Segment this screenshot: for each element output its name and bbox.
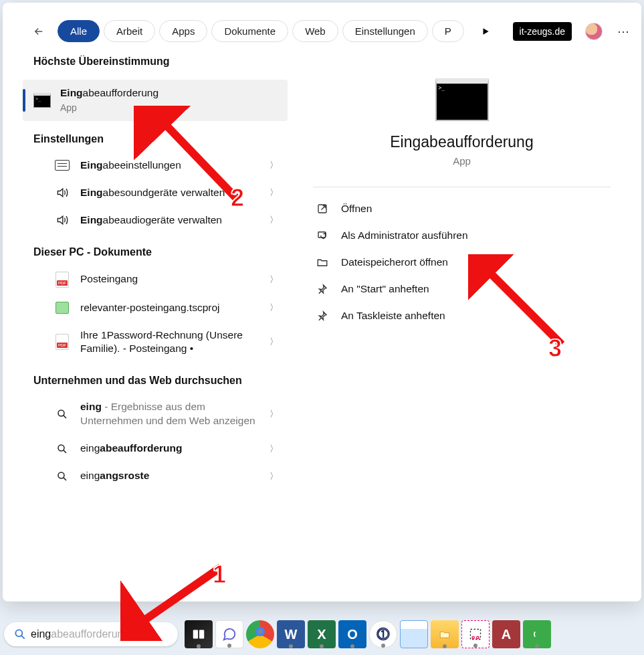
- folder-icon: [437, 628, 452, 640]
- taskbar-excel[interactable]: X: [308, 620, 336, 648]
- taskbar-search[interactable]: eingabeaufforderung: [4, 622, 178, 646]
- pin-icon: [316, 310, 328, 322]
- action-label: An "Start" anheften: [341, 283, 429, 295]
- action-open[interactable]: Öffnen: [313, 195, 611, 222]
- preview-card: Eingabeaufforderung App Öffnen Als Admin…: [301, 58, 623, 349]
- search-input[interactable]: [129, 628, 169, 640]
- taskbar: eingabeaufforderung W X O ⓵ A: [0, 614, 644, 655]
- result-settings-audio-in[interactable]: Eingabeaudiogeräte verwalten 〉: [23, 207, 288, 234]
- svg-point-2: [58, 472, 64, 478]
- result-doc-proj[interactable]: relevanter-posteingang.tscproj 〉: [23, 294, 288, 322]
- taskbar-word[interactable]: W: [277, 620, 305, 648]
- search-panel: Alle Arbeit Apps Dokumente Web Einstellu…: [3, 3, 641, 601]
- chat-icon: [222, 627, 237, 642]
- preview-title: Eingabeaufforderung: [313, 133, 611, 151]
- result-web-generic[interactable]: eing - Ergebnisse aus dem Unternehmen un…: [23, 393, 288, 435]
- action-label: Als Administrator ausführen: [341, 229, 468, 242]
- svg-rect-7: [199, 630, 204, 639]
- result-subtitle: App: [60, 102, 278, 114]
- divider: [313, 187, 611, 187]
- section-settings: Einstellungen: [3, 133, 297, 152]
- result-settings-sound-in[interactable]: Eingabesoundgeräte verwalten 〉: [23, 179, 288, 207]
- taskbar-chat[interactable]: [215, 620, 243, 648]
- shield-icon: [316, 229, 328, 242]
- taskbar-snipping[interactable]: [461, 620, 490, 648]
- play-icon: [481, 27, 490, 36]
- section-web: Unternehmen und das Web durchsuchen: [3, 375, 297, 393]
- result-best-match[interactable]: Eingabeaufforderung App: [23, 80, 288, 121]
- pin-icon: [316, 283, 328, 295]
- svg-point-0: [58, 410, 64, 416]
- svg-point-5: [15, 630, 22, 636]
- keyboard-icon: [55, 160, 70, 171]
- svg-rect-6: [193, 630, 198, 639]
- chevron-right-icon: 〉: [270, 187, 278, 199]
- action-pin-start[interactable]: An "Start" anheften: [313, 276, 611, 302]
- folder-icon: [316, 256, 328, 268]
- chip-web[interactable]: Web: [292, 20, 338, 42]
- chip-documents[interactable]: Dokumente: [211, 20, 288, 42]
- annotation-number-1: 1: [213, 561, 226, 589]
- taskbar-notepad[interactable]: [400, 620, 428, 648]
- search-ghost-text: abeaufforderung: [51, 628, 129, 640]
- chevron-right-icon: 〉: [270, 443, 278, 455]
- chevron-right-icon: 〉: [270, 336, 278, 348]
- speaker-icon: [56, 213, 69, 227]
- section-best-match: Höchste Übereinstimmung: [3, 56, 297, 80]
- taskbar-access[interactable]: A: [492, 620, 520, 648]
- result-doc-invoice[interactable]: Ihre 1Password-Rechnung (Unsere Familie)…: [23, 322, 288, 363]
- section-documents: Dieser PC - Dokumente: [3, 246, 297, 265]
- action-label: An Taskleiste anheften: [341, 310, 445, 322]
- annotation-number-3: 3: [548, 335, 562, 363]
- result-web-cmd[interactable]: eingabeaufforderung 〉: [23, 435, 288, 462]
- chevron-right-icon: 〉: [270, 302, 278, 314]
- more-button[interactable]: ⋯: [617, 24, 629, 39]
- result-title: Eingabeaufforderung: [60, 87, 158, 98]
- action-label: Dateispeicherort öffnen: [341, 256, 448, 268]
- arrow-left-icon: [33, 25, 45, 37]
- results-body: Höchste Übereinstimmung Eingabeaufforder…: [3, 56, 641, 601]
- svg-point-9: [472, 636, 474, 638]
- site-badge[interactable]: it-zeugs.de: [513, 22, 572, 41]
- project-file-icon: [56, 302, 69, 314]
- result-settings-input[interactable]: Eingabeeinstellungen 〉: [23, 152, 288, 179]
- chip-more[interactable]: P: [432, 20, 464, 42]
- chip-all[interactable]: Alle: [58, 20, 100, 42]
- taskbar-outlook[interactable]: O: [338, 620, 366, 648]
- search-icon: [56, 408, 68, 420]
- result-doc-inbox[interactable]: Posteingang 〉: [23, 265, 288, 294]
- svg-rect-4: [318, 232, 326, 238]
- annotation-number-2: 2: [231, 184, 244, 212]
- chip-settings[interactable]: Einstellungen: [342, 20, 428, 42]
- result-web-roste[interactable]: eingangsroste 〉: [23, 462, 288, 490]
- preview-pane: Eingabeaufforderung App Öffnen Als Admin…: [297, 56, 641, 601]
- svg-rect-11: [532, 630, 542, 640]
- svg-point-10: [477, 636, 479, 638]
- action-open-location[interactable]: Dateispeicherort öffnen: [313, 249, 611, 276]
- action-run-as-admin[interactable]: Als Administrator ausführen: [313, 222, 611, 249]
- taskbar-1password[interactable]: ⓵: [369, 620, 397, 648]
- taskview-icon: [191, 627, 206, 642]
- taskbar-chrome[interactable]: [246, 620, 274, 648]
- chip-work[interactable]: Arbeit: [104, 20, 155, 42]
- action-pin-taskbar[interactable]: An Taskleiste anheften: [313, 302, 611, 329]
- taskbar-taskview[interactable]: [185, 620, 213, 648]
- search-icon: [13, 628, 27, 641]
- top-bar: Alle Arbeit Apps Dokumente Web Einstellu…: [3, 3, 641, 56]
- user-avatar[interactable]: [585, 23, 603, 40]
- chevron-right-icon: 〉: [270, 274, 278, 286]
- chip-apps[interactable]: Apps: [159, 20, 207, 42]
- scroll-chips-right[interactable]: [476, 27, 495, 36]
- search-icon: [56, 443, 68, 455]
- action-label: Öffnen: [341, 203, 372, 215]
- preview-subtitle: App: [313, 155, 611, 167]
- open-icon: [316, 203, 328, 215]
- back-button[interactable]: [29, 22, 48, 41]
- chevron-right-icon: 〉: [270, 408, 278, 420]
- speaker-icon: [56, 186, 69, 199]
- results-list: Höchste Übereinstimmung Eingabeaufforder…: [3, 56, 297, 601]
- taskbar-camtasia[interactable]: [523, 620, 551, 648]
- taskbar-explorer[interactable]: [431, 620, 459, 648]
- cmd-icon: [33, 93, 51, 108]
- camtasia-icon: [530, 627, 544, 642]
